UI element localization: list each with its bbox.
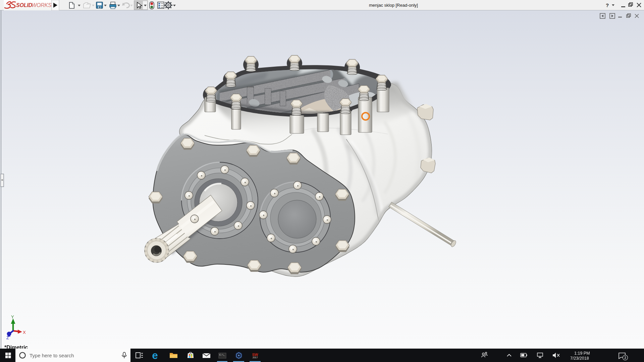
svg-text:Z: Z — [6, 335, 9, 340]
svg-text:2017: 2017 — [253, 356, 258, 359]
svg-text:3: 3 — [624, 356, 626, 360]
svg-text:menjac sklop [Read-only]: menjac sklop [Read-only] — [369, 3, 418, 8]
svg-text:1:19 PM: 1:19 PM — [574, 351, 590, 356]
svg-text:e: e — [152, 349, 158, 361]
svg-text:Type here to search: Type here to search — [30, 353, 74, 358]
svg-text:Y: Y — [11, 314, 14, 319]
svg-text:7/23/2018: 7/23/2018 — [570, 356, 589, 361]
svg-text:?: ? — [606, 2, 609, 8]
svg-text:C:\_: C:\_ — [219, 354, 225, 356]
svg-text:WORKS: WORKS — [32, 2, 52, 8]
svg-text:SOLID: SOLID — [16, 2, 33, 8]
svg-text:X: X — [23, 330, 26, 335]
